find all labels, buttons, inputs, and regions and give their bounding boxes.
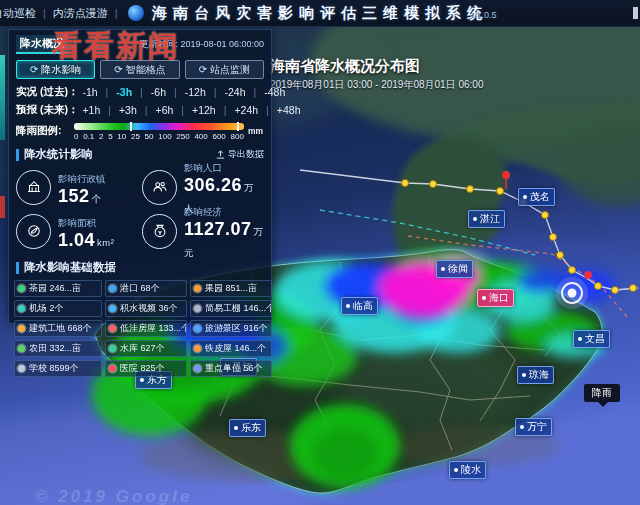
basic-data-section-header: 降水影响基础数据	[16, 260, 264, 275]
city-tag-maoming[interactable]: 茂名	[518, 188, 555, 206]
legend-tick: 5	[108, 132, 112, 141]
basic-item-shed[interactable]: 简易工棚 146...个	[190, 300, 272, 317]
basic-item-scenic-spot[interactable]: 旅游景区 916个	[190, 320, 272, 337]
city-label: 茂名	[530, 190, 550, 204]
tag-dot	[522, 373, 526, 377]
section-accent	[16, 262, 19, 274]
stat-unit: 个	[92, 193, 102, 204]
menu-item-waterlogging-roam[interactable]: 内涝点漫游	[53, 6, 108, 21]
basic-item-lowland-house[interactable]: 低洼房屋 133...个	[105, 320, 187, 337]
forecast-option[interactable]: +3h	[115, 104, 152, 116]
basic-item-farmland[interactable]: 农田 332...亩	[14, 340, 102, 357]
city-label: 乐东	[241, 421, 261, 435]
city-tag-lingao[interactable]: 临高	[341, 297, 378, 315]
left-edge-strip	[0, 55, 5, 140]
google-credit: © 2019 Google	[35, 487, 192, 505]
tag-dot	[441, 267, 445, 271]
app-logo-icon	[128, 5, 144, 21]
basic-item-key-unit[interactable]: 重点单位 56个	[190, 360, 272, 377]
observed-option[interactable]: -6h	[147, 86, 181, 98]
basic-item-flood-video[interactable]: 积水视频 36个	[105, 300, 187, 317]
rain-tooltip: 降雨	[584, 384, 620, 402]
city-tag-qionghai[interactable]: 琼海	[517, 366, 554, 384]
observed-option[interactable]: -48h	[260, 86, 289, 98]
basic-data-grid: 茶园 246...亩 港口 68个 果园 851...亩 机场 2个 积水视频 …	[9, 277, 271, 380]
basic-item-school[interactable]: 学校 8599个	[14, 360, 102, 377]
legend-tick: 400	[194, 132, 207, 141]
menu-item-auto-patrol[interactable]: 自动巡检	[0, 6, 36, 21]
legend-tick: 0.1	[83, 132, 94, 141]
category-dot-icon	[194, 325, 201, 332]
city-tag-haikou[interactable]: 海口	[477, 289, 514, 307]
app-screen: 海南省降水概况分布图 2019年08月01日 03:00 - 2019年08月0…	[0, 0, 640, 505]
city-tag-wenchang[interactable]: 文昌	[573, 330, 610, 348]
category-dot-icon	[194, 285, 201, 292]
building-icon	[16, 170, 51, 205]
map-title-block: 海南省降水概况分布图 2019年08月01日 03:00 - 2019年08月0…	[270, 57, 483, 92]
city-tag-xuwen[interactable]: 徐闻	[436, 260, 473, 278]
basic-item-text: 茶园 246...亩	[29, 282, 81, 295]
basic-item-tin-house[interactable]: 铁皮屋 146...个	[190, 340, 272, 357]
forecast-option[interactable]: +12h	[188, 104, 230, 116]
legend-notch	[130, 122, 132, 131]
forecast-option[interactable]: +24h	[230, 104, 272, 116]
legend-tick: 50	[145, 132, 154, 141]
basic-item-airport[interactable]: 机场 2个	[14, 300, 102, 317]
observed-time-row: 实况 (过去)： -1h -3h -6h -12h -24h -48h	[9, 83, 271, 101]
rain-legend-row: 降雨图例: 0 0.1 2 5 10 25 50 100 250 400	[9, 119, 271, 141]
legend-tick: 0	[74, 132, 78, 141]
category-dot-icon	[18, 305, 25, 312]
observed-option-active[interactable]: -3h	[112, 86, 146, 98]
city-label: 海口	[489, 291, 509, 305]
basic-item-tea-garden[interactable]: 茶园 246...亩	[14, 280, 102, 297]
category-dot-icon	[109, 345, 116, 352]
legend-unit: mm	[248, 123, 263, 136]
city-tag-lingshui[interactable]: 陵水	[449, 461, 486, 479]
category-dot-icon	[18, 365, 25, 372]
category-dot-icon	[18, 325, 25, 332]
basic-item-orchard[interactable]: 果园 851...亩	[190, 280, 272, 297]
basic-item-reservoir[interactable]: 水库 627个	[105, 340, 187, 357]
stat-value: 306.26	[184, 175, 242, 195]
basic-item-text: 简易工棚 146...个	[205, 302, 272, 315]
category-dot-icon	[194, 365, 201, 372]
basic-item-construction-site[interactable]: 建筑工地 668个	[14, 320, 102, 337]
map-subtitle: 2019年08月01日 03:00 - 2019年08月01日 06:00	[270, 78, 483, 92]
basic-item-text: 铁皮屋 146...个	[205, 342, 266, 355]
precipitation-panel: 降水概况 | 更新时间: 2019-08-01 06:00:00 ⟳ 降水影响 …	[8, 29, 272, 324]
observed-option[interactable]: -24h	[221, 86, 261, 98]
city-tag-zhanjiang[interactable]: 湛江	[468, 210, 505, 228]
stat-value: 152	[58, 186, 90, 206]
stat-value: 1.04	[58, 230, 95, 250]
menu-separator: |	[115, 7, 118, 19]
basic-item-text: 水库 627个	[120, 342, 165, 355]
category-dot-icon	[18, 285, 25, 292]
tab-station-monitor[interactable]: ⟳ 站点监测	[185, 60, 264, 79]
stats-title: 降水统计影响	[24, 147, 93, 162]
city-label: 临高	[353, 299, 373, 313]
basic-item-text: 港口 68个	[120, 282, 160, 295]
basic-item-hospital[interactable]: 医院 825个	[105, 360, 187, 377]
tag-dot	[482, 296, 486, 300]
city-tag-ledong[interactable]: 乐东	[229, 419, 266, 437]
legend-label: 降雨图例:	[16, 123, 74, 138]
legend-tick: 2	[99, 132, 103, 141]
basic-item-text: 机场 2个	[29, 302, 64, 315]
observed-label: 实况 (过去)：	[16, 85, 78, 99]
city-tag-wanning[interactable]: 万宁	[515, 418, 552, 436]
observed-option[interactable]: -1h	[78, 86, 112, 98]
city-label: 陵水	[461, 463, 481, 477]
category-dot-icon	[109, 365, 116, 372]
legend-tick: 800	[231, 132, 244, 141]
observed-option[interactable]: -12h	[181, 86, 221, 98]
app-title: 海南台风灾害影响评估三维模拟系统	[152, 4, 488, 23]
basic-item-port[interactable]: 港口 68个	[105, 280, 187, 297]
basic-item-text: 积水视频 36个	[120, 302, 178, 315]
forecast-option[interactable]: +1h	[78, 104, 115, 116]
legend-tick: 600	[212, 132, 225, 141]
basic-item-text: 农田 332...亩	[29, 342, 81, 355]
forecast-option[interactable]: +6h	[152, 104, 189, 116]
forecast-option[interactable]: +48h	[273, 104, 305, 116]
tag-dot	[346, 304, 350, 308]
category-dot-icon	[109, 305, 116, 312]
